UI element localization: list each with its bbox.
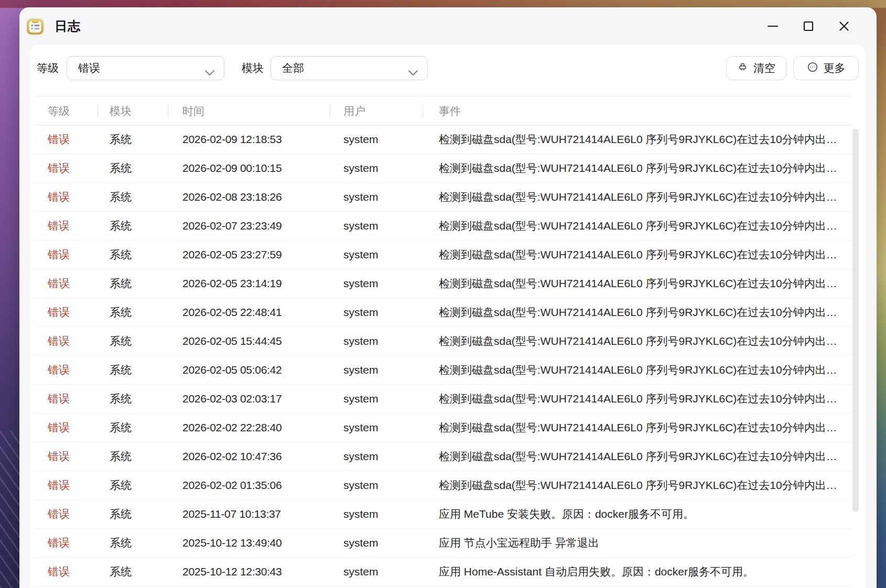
cell-user: system [330,277,423,290]
level-filter-select[interactable]: 错误 [67,56,224,80]
cell-module: 系统 [98,132,168,147]
cell-level: 错误 [35,564,98,579]
table-row[interactable]: 错误 系统 2026-02-05 23:14:19 system 检测到磁盘sd… [35,269,852,298]
brush-icon [737,61,748,75]
level-filter-value: 错误 [78,61,100,75]
table-body: 错误 系统 2026-02-09 12:18:53 system 检测到磁盘sd… [35,125,852,586]
cell-module: 系统 [98,449,168,464]
cell-level: 错误 [35,161,98,176]
cell-level: 错误 [35,420,98,435]
table-row[interactable]: 错误 系统 2026-02-09 00:10:15 system 检测到磁盘sd… [35,154,852,183]
maximize-button[interactable] [803,20,814,32]
cell-event: 检测到磁盘sda(型号:WUH721414ALE6L0 序列号9RJYKL6C)… [423,161,852,176]
table-row[interactable]: 错误 系统 2026-02-02 10:47:36 system 检测到磁盘sd… [35,442,852,471]
cell-module: 系统 [98,276,168,291]
cell-time: 2026-02-07 23:23:49 [168,220,330,232]
module-filter-label: 模块 [242,56,264,80]
col-header-user: 用户 [330,96,423,126]
cell-module: 系统 [98,161,168,176]
wallpaper-top [0,0,886,8]
cell-user: system [330,421,423,434]
content-card: 等级 错误 模块 全部 [30,45,865,588]
cell-user: system [330,479,423,492]
cell-event: 检测到磁盘sda(型号:WUH721414ALE6L0 序列号9RJYKL6C)… [423,334,852,349]
window-controls [743,7,877,45]
col-header-level: 等级 [35,96,98,126]
table-row[interactable]: 错误 系统 2026-02-02 01:35:06 system 检测到磁盘sd… [35,471,852,500]
cell-event: 检测到磁盘sda(型号:WUH721414ALE6L0 序列号9RJYKL6C)… [423,219,852,233]
cell-user: system [330,248,423,261]
table-row[interactable]: 错误 系统 2026-02-07 23:23:49 system 检测到磁盘sd… [35,212,852,241]
cell-level: 错误 [35,132,98,147]
cell-module: 系统 [98,247,168,262]
cell-module: 系统 [98,536,168,550]
minimize-button[interactable] [767,20,779,32]
cell-module: 系统 [98,507,168,521]
ellipsis-circle-icon [807,61,818,75]
cell-time: 2025-10-12 12:30:43 [168,565,330,578]
log-table: 等级 模块 时间 用户 事件 错误 系统 2026-02-09 12:18:53… [35,96,852,586]
cell-time: 2026-02-02 22:28:40 [168,421,330,434]
clear-button[interactable]: 清空 [726,56,786,80]
cell-time: 2026-02-05 22:48:41 [168,306,330,319]
cell-time: 2026-02-05 23:14:19 [168,277,330,290]
cell-level: 错误 [35,247,98,262]
close-button[interactable] [838,20,850,32]
cell-level: 错误 [35,305,98,320]
cell-event: 检测到磁盘sda(型号:WUH721414ALE6L0 序列号9RJYKL6C)… [423,420,852,435]
scrollbar-thumb[interactable] [852,129,859,512]
cell-event: 检测到磁盘sda(型号:WUH721414ALE6L0 序列号9RJYKL6C)… [423,363,852,377]
cell-time: 2026-02-02 10:47:36 [168,450,330,463]
table-row[interactable]: 错误 系统 2026-02-05 23:27:59 system 检测到磁盘sd… [35,241,852,269]
table-row[interactable]: 错误 系统 2025-11-07 10:13:37 system 应用 MeTu… [35,500,852,529]
cell-user: system [330,508,423,520]
cell-user: system [330,537,423,549]
titlebar[interactable]: 日志 [19,7,877,45]
cell-time: 2026-02-02 01:35:06 [168,479,330,492]
cell-user: system [330,565,423,578]
table-row[interactable]: 错误 系统 2025-10-12 13:49:40 system 应用 节点小宝… [35,529,852,558]
table-row[interactable]: 错误 系统 2026-02-05 22:48:41 system 检测到磁盘sd… [35,298,852,327]
cell-level: 错误 [35,190,98,204]
cell-level: 错误 [35,363,98,377]
cell-event: 检测到磁盘sda(型号:WUH721414ALE6L0 序列号9RJYKL6C)… [423,247,852,262]
cell-event: 检测到磁盘sda(型号:WUH721414ALE6L0 序列号9RJYKL6C)… [423,276,852,291]
level-filter-label: 等级 [37,56,59,80]
window-title: 日志 [55,18,81,35]
cell-user: system [330,306,423,319]
table-row[interactable]: 错误 系统 2025-10-12 12:30:43 system 应用 Home… [35,558,852,586]
cell-user: system [330,335,423,347]
more-button[interactable]: 更多 [793,56,859,80]
cell-event: 检测到磁盘sda(型号:WUH721414ALE6L0 序列号9RJYKL6C)… [423,478,852,493]
filter-bar: 等级 错误 模块 全部 [37,56,859,80]
cell-event: 检测到磁盘sda(型号:WUH721414ALE6L0 序列号9RJYKL6C)… [423,190,852,204]
table-row[interactable]: 错误 系统 2026-02-03 02:03:17 system 检测到磁盘sd… [35,385,852,413]
module-filter-select[interactable]: 全部 [271,56,428,80]
cell-level: 错误 [35,334,98,349]
more-button-label: 更多 [824,61,846,75]
cell-module: 系统 [98,305,168,320]
cell-time: 2026-02-05 05:06:42 [168,364,330,376]
col-header-time: 时间 [168,96,330,126]
log-window: 日志 等级 错误 模块 全部 [19,7,877,588]
cell-time: 2026-02-05 15:44:45 [168,335,330,347]
cell-time: 2026-02-03 02:03:17 [168,393,330,405]
table-row[interactable]: 错误 系统 2026-02-09 12:18:53 system 检测到磁盘sd… [35,125,852,154]
cell-user: system [330,133,423,146]
cell-user: system [330,191,423,203]
cell-time: 2025-11-07 10:13:37 [168,508,330,520]
table-row[interactable]: 错误 系统 2026-02-05 05:06:42 system 检测到磁盘sd… [35,356,852,385]
cell-level: 错误 [35,219,98,233]
table-row[interactable]: 错误 系统 2026-02-02 22:28:40 system 检测到磁盘sd… [35,413,852,442]
chevron-down-icon [408,66,418,79]
cell-event: 检测到磁盘sda(型号:WUH721414ALE6L0 序列号9RJYKL6C)… [423,449,852,464]
app-clipboard-list-icon [26,17,44,35]
cell-event: 应用 MeTube 安装失败。原因：docker服务不可用。 [423,507,852,521]
cell-time: 2026-02-09 00:10:15 [168,162,330,175]
module-filter-value: 全部 [282,61,304,75]
cell-module: 系统 [98,564,168,579]
cell-level: 错误 [35,536,98,550]
table-row[interactable]: 错误 系统 2026-02-05 15:44:45 system 检测到磁盘sd… [35,327,852,356]
cell-time: 2026-02-05 23:27:59 [168,248,330,261]
table-row[interactable]: 错误 系统 2026-02-08 23:18:26 system 检测到磁盘sd… [35,183,852,212]
